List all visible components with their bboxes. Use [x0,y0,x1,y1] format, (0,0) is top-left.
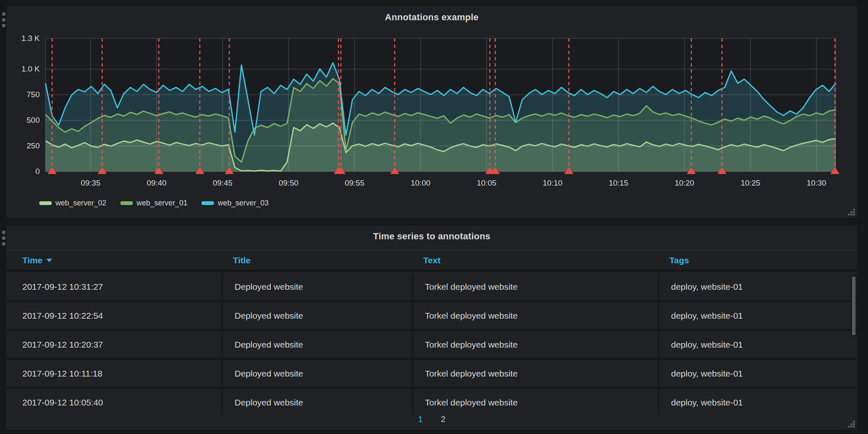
table-row: 2017-09-12 10:31:27Deployed websiteTorke… [6,273,857,302]
chart-legend: web_server_02 web_server_01 web_server_0… [39,199,269,207]
table-panel-drag-handle[interactable] [2,231,6,248]
table-cell: deploy, website-01 [658,273,857,300]
time-series-chart[interactable]: 02505007501.0 K1.3 K09:3509:4009:4509:50… [6,6,857,218]
drag-dot [2,236,5,240]
table-cell: Torkel deployed website [412,273,658,300]
pagination-page-2[interactable]: 2 [441,415,446,424]
table-row: 2017-09-12 10:11:18Deployed websiteTorke… [6,360,857,389]
chart-panel-drag-handle[interactable] [2,12,6,30]
table-cell: deploy, website-01 [658,331,857,358]
svg-text:10:15: 10:15 [609,179,628,187]
legend-label: web_server_01 [137,199,187,207]
drag-dot [2,242,5,246]
svg-text:09:55: 09:55 [345,179,364,187]
table-cell: deploy, website-01 [658,389,857,414]
table-cell: deploy, website-01 [658,360,857,387]
legend-label: web_server_03 [218,199,269,207]
drag-dot [2,18,5,21]
legend-item-web-server-02[interactable]: web_server_02 [39,199,106,207]
table-cell: Deployed website [221,302,412,329]
table-body: 2017-09-12 10:31:27Deployed websiteTorke… [6,273,857,414]
panel-resize-handle[interactable] [846,419,856,429]
drag-dot [2,231,5,234]
svg-text:500: 500 [26,116,40,124]
table-header-row: Time Title Text Tags [6,250,857,272]
pagination-page-1[interactable]: 1 [418,415,422,424]
annotations-example-panel: Annotations example 02505007501.0 K1.3 K… [6,6,857,218]
table-row: 2017-09-12 10:22:54Deployed websiteTorke… [6,302,857,331]
table-cell: Deployed website [221,389,412,414]
svg-text:10:30: 10:30 [807,179,827,187]
table-cell: Torkel deployed website [412,360,658,387]
table-cell: 2017-09-12 10:05:40 [6,389,221,414]
svg-text:09:40: 09:40 [147,179,167,187]
series-color-swatch [201,201,214,205]
drag-dot [2,24,5,27]
svg-text:0: 0 [35,167,40,176]
svg-text:09:50: 09:50 [279,179,299,187]
table-cell: 2017-09-12 10:11:18 [6,360,221,387]
pagination: 12 [6,413,857,425]
column-header-tags[interactable]: Tags [658,250,857,270]
table-cell: Torkel deployed website [412,302,658,329]
panel-resize-handle[interactable] [846,207,856,217]
table-cell: Torkel deployed website [412,389,658,414]
svg-text:1.3 K: 1.3 K [22,34,40,43]
series-color-swatch [120,201,133,205]
legend-item-web-server-03[interactable]: web_server_03 [201,199,269,207]
table-row: 2017-09-12 10:20:37Deployed websiteTorke… [6,331,857,360]
time-series-annotations-panel: Time series to annotations Time Title Te… [6,225,857,430]
column-header-text[interactable]: Text [412,250,658,270]
table-cell: Torkel deployed website [412,331,658,358]
table-panel-title[interactable]: Time series to annotations [6,231,857,242]
svg-text:10:10: 10:10 [543,179,563,187]
svg-text:09:45: 09:45 [213,179,233,187]
table-cell: 2017-09-12 10:22:54 [6,302,221,329]
sort-desc-icon [46,259,52,262]
svg-text:10:25: 10:25 [741,179,760,187]
column-header-title[interactable]: Title [221,250,412,270]
svg-text:10:05: 10:05 [477,179,496,187]
table-scrollbar[interactable] [851,276,856,336]
svg-text:750: 750 [26,90,40,99]
svg-text:250: 250 [26,141,40,150]
table-cell: Deployed website [221,360,412,387]
legend-label: web_server_02 [55,199,106,207]
table-cell: 2017-09-12 10:20:37 [6,331,221,358]
svg-text:1.0 K: 1.0 K [22,64,40,73]
table-cell: deploy, website-01 [658,302,857,329]
column-header-time[interactable]: Time [6,250,221,270]
svg-text:10:20: 10:20 [675,179,695,187]
table-cell: 2017-09-12 10:31:27 [6,273,221,300]
table-cell: Deployed website [221,331,412,358]
table-row: 2017-09-12 10:05:40Deployed websiteTorke… [6,389,857,414]
svg-text:10:00: 10:00 [411,179,431,187]
svg-text:09:35: 09:35 [81,179,101,187]
legend-item-web-server-01[interactable]: web_server_01 [120,199,187,207]
table-cell: Deployed website [221,273,412,300]
series-color-swatch [39,201,52,205]
drag-dot [2,12,5,16]
